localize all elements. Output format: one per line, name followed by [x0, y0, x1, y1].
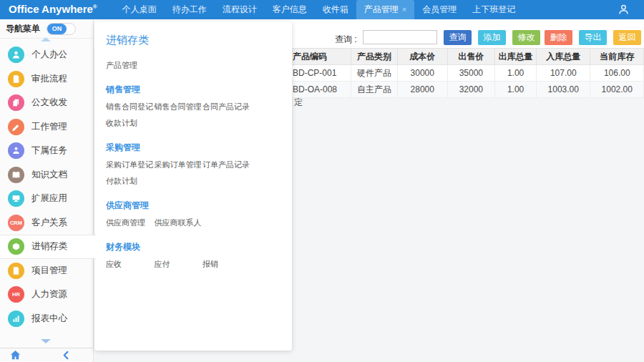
edit-button[interactable]: 修改	[512, 30, 540, 45]
sidebar-item-label: 个人办公	[31, 49, 67, 61]
flyout-menu-item[interactable]: 供应商联系人	[155, 215, 203, 231]
flyout-menu-item[interactable]: 销售合同管理	[155, 99, 203, 115]
flyout-title: 进销存类	[106, 34, 292, 47]
flyout-menu-item[interactable]: 供应商管理	[106, 215, 155, 231]
flyout-section-items: 采购订单登记采购订单管理订单产品记录付款计划	[106, 157, 260, 190]
table-head: 产品编码产品类别成本价出售价出库总量入库总量当前库存	[289, 49, 644, 65]
subordinate-user-icon	[8, 142, 24, 159]
back-button[interactable]: 返回	[613, 30, 641, 45]
column-header: 产品类别	[351, 49, 397, 65]
work-pen-icon	[8, 119, 24, 135]
flyout-menu-item[interactable]: 采购订单管理	[155, 157, 203, 173]
sidebar-item-3[interactable]: 工作管理	[0, 115, 93, 140]
sidebar-item-0[interactable]: 个人办公	[0, 43, 93, 67]
nav-menu-toggle-row: 导航菜单 ON	[0, 19, 93, 39]
flyout-section-items: 销售合同登记销售合同管理合同产品记录收款计划	[106, 99, 260, 132]
topbar-tab-5[interactable]: 产品管理×	[356, 0, 414, 19]
sidebar-item-label: 工作管理	[31, 121, 67, 133]
sidebar-item-4[interactable]: 下属任务	[0, 139, 93, 163]
sidebar-item-label: 人力资源	[31, 288, 67, 300]
table-row[interactable]: BD-CP-001硬件产品30000350001.00107.00106.00	[289, 65, 644, 82]
product-table: 产品编码产品类别成本价出售价出库总量入库总量当前库存 BD-CP-001硬件产品…	[288, 48, 644, 98]
collapse-chevron-left-icon[interactable]	[62, 351, 71, 360]
close-icon[interactable]: ×	[402, 6, 406, 14]
topbar-tab-6[interactable]: 会员管理	[414, 0, 464, 19]
documents-icon	[8, 94, 24, 111]
flyout-section-items: 应收应付报销	[106, 256, 260, 273]
sidebar-item-7[interactable]: CRM客户关系	[0, 211, 93, 235]
crm-badge-icon: CRM	[8, 215, 24, 231]
flyout-menu-item[interactable]: 应付	[155, 256, 203, 273]
sidebar-item-label: 项目管理	[31, 265, 67, 277]
tab-label: 会员管理	[422, 4, 457, 16]
tab-label: 待办工作	[172, 4, 207, 16]
scroll-down-icon[interactable]	[41, 339, 51, 343]
query-button[interactable]: 查询	[444, 30, 472, 45]
clipped-text-fragment: 定	[294, 97, 303, 109]
topbar-tab-4[interactable]: 收件箱	[315, 0, 356, 19]
sidebar-item-5[interactable]: 知识文档	[0, 163, 93, 187]
sidebar: 导航菜单 ON 个人办公审批流程公文收发工作管理下属任务知识文档扩展应用CRM客…	[0, 19, 94, 362]
inventory-box-icon	[8, 238, 24, 255]
table-cell: 硬件产品	[351, 65, 397, 82]
flyout-menu-item[interactable]: 产品管理	[106, 57, 155, 74]
sidebar-item-1[interactable]: 审批流程	[0, 67, 93, 92]
flyout-menu-item[interactable]: 收款计划	[106, 115, 155, 132]
home-icon[interactable]	[10, 350, 21, 361]
table-cell: 1003.00	[537, 82, 590, 98]
column-header: 出售价	[447, 49, 494, 65]
table-cell: 30000	[397, 65, 447, 82]
column-header: 入库总量	[537, 49, 590, 65]
toggle-on-state: ON	[47, 24, 67, 34]
delete-button[interactable]: 删除	[545, 30, 572, 45]
flyout-section-title-2: 供应商管理	[106, 200, 292, 212]
nav-menu-label: 导航菜单	[6, 23, 40, 35]
sidebar-item-2[interactable]: 公文收发	[0, 91, 93, 115]
flyout-menu-item[interactable]: 采购订单登记	[106, 157, 155, 173]
flyout-menu-item[interactable]: 销售合同登记	[106, 99, 155, 115]
table-row[interactable]: BD-OA-008自主产品28000320001.001003.001002.0…	[289, 82, 644, 98]
header-row: 产品编码产品类别成本价出售价出库总量入库总量当前库存	[289, 49, 644, 65]
table-cell: BD-CP-001	[289, 65, 351, 82]
flyout-panel: 进销存类 产品管理 销售管理销售合同登记销售合同管理合同产品记录收款计划采购管理…	[94, 21, 292, 351]
search-input[interactable]	[363, 30, 437, 44]
table-cell: 107.00	[537, 65, 590, 82]
tab-label: 个人桌面	[122, 4, 157, 16]
topbar-tab-2[interactable]: 流程设计	[215, 0, 265, 19]
sidebar-item-8[interactable]: 进销存类	[0, 235, 96, 259]
tab-label: 上下班登记	[472, 4, 515, 16]
flyout-menu-item[interactable]: 应收	[106, 256, 155, 273]
column-header: 出库总量	[495, 49, 537, 65]
sidebar-item-10[interactable]: HR人力资源	[0, 283, 93, 307]
sidebar-item-11[interactable]: 报表中心	[0, 307, 93, 331]
flyout-section-title-0: 销售管理	[106, 84, 292, 96]
flyout-menu-item[interactable]: 订单产品记录	[203, 157, 251, 173]
sidebar-item-9[interactable]: 项目管理	[0, 259, 93, 283]
topbar-tab-0[interactable]: 个人桌面	[114, 0, 165, 19]
flyout-section-title-3: 财务模块	[106, 241, 292, 253]
export-button[interactable]: 导出	[579, 30, 607, 45]
flyout-menu-item[interactable]: 付款计划	[106, 173, 155, 190]
sidebar-menu: 个人办公审批流程公文收发工作管理下属任务知识文档扩展应用CRM客户关系进销存类项…	[0, 43, 93, 331]
tab-label: 产品管理	[364, 4, 399, 16]
flyout-menu-item[interactable]: 报销	[203, 256, 251, 273]
add-button[interactable]: 添加	[478, 30, 506, 45]
topbar-tab-7[interactable]: 上下班登记	[464, 0, 523, 19]
hr-badge-icon: HR	[8, 286, 24, 303]
table-cell: BD-OA-008	[289, 82, 351, 98]
sidebar-item-label: 公文收发	[31, 97, 67, 109]
flyout-section-items: 供应商管理供应商联系人	[106, 215, 260, 231]
user-account-icon[interactable]	[618, 4, 630, 16]
table-cell: 自主产品	[351, 82, 397, 98]
topbar-tab-1[interactable]: 待办工作	[165, 0, 215, 19]
flyout-menu-item[interactable]: 合同产品记录	[203, 99, 251, 115]
flyout-sections: 销售管理销售合同登记销售合同管理合同产品记录收款计划采购管理采购订单登记采购订单…	[106, 84, 292, 273]
icon-badge-text: HR	[12, 291, 20, 298]
scroll-up-icon[interactable]	[41, 37, 51, 41]
sidebar-item-6[interactable]: 扩展应用	[0, 187, 93, 211]
table-cell: 35000	[447, 65, 494, 82]
sidebar-item-label: 下属任务	[31, 145, 67, 157]
topbar-tab-3[interactable]: 客户信息	[265, 0, 315, 19]
book-icon	[8, 167, 24, 183]
nav-menu-toggle[interactable]: ON	[47, 23, 76, 35]
